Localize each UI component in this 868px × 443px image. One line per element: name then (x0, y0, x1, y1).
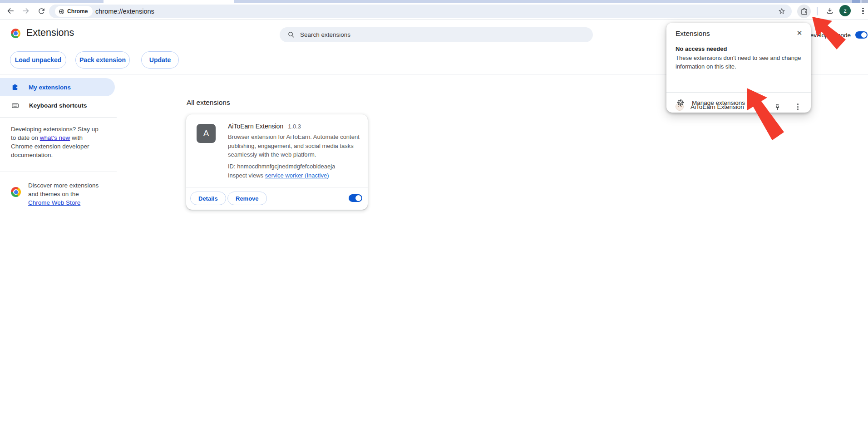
profile-avatar[interactable]: z (839, 5, 851, 16)
url-text[interactable]: chrome://extensions (95, 5, 154, 18)
back-button[interactable] (4, 4, 17, 18)
avatar-letter: z (843, 8, 846, 14)
search-icon (287, 31, 295, 39)
inspect-views-row: Inspect views service worker (Inactive) (228, 172, 329, 179)
download-icon (825, 6, 834, 15)
keyboard-icon (11, 101, 20, 110)
discover-line: Discover more extensions (28, 181, 99, 190)
manage-extensions-item[interactable]: Manage extensions (670, 95, 807, 110)
developer-note: Developing extensions? Stay up to date o… (11, 125, 104, 159)
load-unpacked-button[interactable]: Load unpacked (10, 51, 66, 69)
toggle-thumb (355, 195, 361, 201)
page-title: Extensions (26, 27, 74, 39)
discover-block: Discover more extensions and themes on t… (11, 181, 99, 207)
extension-title-row: AiToEarn Extension1.0.3 (228, 123, 301, 130)
sidebar-item-my-extensions[interactable]: My extensions (0, 78, 115, 96)
sidebar-divider (0, 172, 117, 172)
close-icon: ✕ (797, 29, 803, 37)
dot (862, 13, 863, 14)
extension-name: AiToEarn Extension (228, 123, 283, 130)
browser-menu-button[interactable] (857, 5, 868, 17)
update-button[interactable]: Update (141, 51, 179, 69)
card-divider (186, 187, 368, 187)
all-extensions-heading: All extensions (187, 98, 230, 107)
extension-enabled-toggle[interactable] (349, 194, 362, 202)
extension-description: Browser extension for AiToEarn. Automate… (228, 133, 360, 159)
dot (862, 10, 863, 11)
bookmark-star-icon (778, 7, 786, 15)
pack-extension-button[interactable]: Pack extension (75, 51, 130, 69)
forward-arrow-icon (21, 6, 30, 15)
search-input[interactable] (300, 31, 554, 38)
extension-version: 1.0.3 (288, 123, 301, 130)
manage-extensions-label: Manage extensions (692, 99, 745, 106)
chrome-chip-label: Chrome (67, 8, 88, 15)
dot (862, 8, 863, 9)
developer-mode-label: Developer mode (806, 32, 851, 39)
toggle-thumb (861, 32, 867, 38)
popup-title: Extensions (676, 30, 710, 38)
extension-id: ID: hnmocdhmnfgcjnedmdgfefcobideaeja (228, 163, 335, 170)
sidebar-divider (0, 117, 117, 118)
sidebar-item-label: Keyboard shortcuts (29, 102, 87, 109)
chrome-url-chip[interactable]: Chrome (55, 6, 93, 17)
browser-toolbar: Chrome chrome://extensions z (0, 3, 868, 20)
popup-divider (666, 92, 811, 93)
discover-text: Discover more extensions and themes on t… (28, 181, 99, 207)
reload-button[interactable] (35, 4, 48, 18)
omnibox[interactable]: Chrome chrome://extensions (49, 5, 792, 18)
inspect-views-label: Inspect views (228, 172, 265, 179)
sidebar: My extensions Keyboard shortcuts Develop… (0, 74, 117, 346)
discover-line: and themes on the (28, 190, 99, 198)
service-worker-link[interactable]: service worker (Inactive) (265, 172, 329, 179)
extensions-page-logo (11, 29, 20, 38)
extensions-popup: Extensions ✕ No access needed These exte… (666, 23, 811, 113)
extension-card: A AiToEarn Extension1.0.3 Browser extens… (186, 114, 368, 210)
toolbar-separator (817, 7, 818, 15)
sidebar-item-keyboard-shortcuts[interactable]: Keyboard shortcuts (0, 96, 115, 114)
bookmark-button[interactable] (776, 6, 787, 17)
forward-button[interactable] (19, 4, 33, 18)
back-arrow-icon (6, 6, 15, 15)
remove-button[interactable]: Remove (227, 192, 267, 205)
details-button[interactable]: Details (190, 192, 226, 205)
puzzle-icon (11, 83, 19, 91)
popup-close-button[interactable]: ✕ (794, 27, 805, 39)
downloads-button[interactable] (823, 4, 837, 18)
popup-section-body: These extensions don't need to see and c… (676, 54, 805, 71)
extensions-toolbar-button[interactable] (797, 5, 811, 18)
developer-mode-toggle[interactable] (855, 31, 868, 39)
popup-section-title: No access needed (676, 45, 727, 52)
sidebar-item-label: My extensions (29, 84, 71, 91)
gear-icon (676, 98, 685, 107)
extension-icon: A (197, 124, 216, 143)
extensions-puzzle-icon (800, 7, 809, 16)
search-bar[interactable] (280, 27, 593, 42)
chrome-mono-logo-icon (58, 8, 65, 15)
chrome-web-store-link[interactable]: Chrome Web Store (28, 199, 80, 206)
whats-new-link[interactable]: what's new (40, 134, 70, 141)
reload-icon (37, 7, 46, 15)
chrome-web-store-icon (11, 187, 21, 197)
